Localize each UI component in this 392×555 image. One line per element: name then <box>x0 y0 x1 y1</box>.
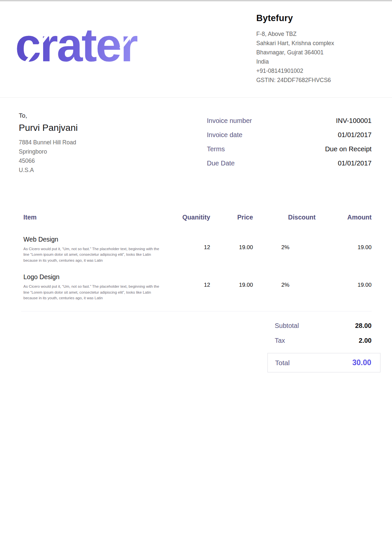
terms-row: Terms Due on Receipt <box>207 145 372 153</box>
bill-to-address-line: U.S.A <box>19 165 78 175</box>
tax-row: Tax 2.00 <box>240 337 372 344</box>
terms-label: Terms <box>207 145 225 153</box>
crater-wordmark: crater <box>15 23 137 68</box>
tax-value: 2.00 <box>359 337 372 344</box>
company-info: Bytefury F-8, Above TBZ Sahkari Hart, Kr… <box>256 10 371 85</box>
tax-label: Tax <box>275 337 285 344</box>
bill-to-name: Purvi Panjvani <box>19 123 78 133</box>
invoice-meta-block: Invoice number INV-100001 Invoice date 0… <box>207 117 372 175</box>
item-quantity: 12 <box>165 236 210 263</box>
company-address-line: India <box>256 57 371 66</box>
due-date-label: Due Date <box>207 160 235 167</box>
item-quantity: 12 <box>165 273 210 301</box>
item-price: 19.00 <box>210 236 253 263</box>
item-name: Web Design <box>23 236 165 243</box>
amount-column-header: Amount <box>316 214 372 221</box>
company-name: Bytefury <box>256 13 371 23</box>
quantity-column-header: Quanitity <box>165 214 210 221</box>
due-date-row: Due Date 01/01/2017 <box>207 159 372 167</box>
crater-logo: crater <box>15 23 137 68</box>
item-name: Logo Design <box>23 273 165 281</box>
invoice-header: crater Bytefury F-8, Above TBZ Sahkari H… <box>0 1 392 98</box>
item-amount: 19.00 <box>316 236 372 263</box>
items-table: Item Quanitity Price Discount Amount Web… <box>0 214 392 311</box>
subtotal-row: Subtotal 28.00 <box>240 322 372 330</box>
subtotal-label: Subtotal <box>275 322 299 330</box>
subtotal-value: 28.00 <box>355 322 372 330</box>
bill-to-block: To, Purvi Panjvani 7884 Bunnel Hill Road… <box>19 112 78 175</box>
bill-to-address-line: 7884 Bunnel Hill Road <box>19 138 78 147</box>
discount-column-header: Discount <box>253 214 316 221</box>
invoice-number-row: Invoice number INV-100001 <box>207 117 372 125</box>
bill-to-address-line: Springboro <box>19 147 78 156</box>
bill-to-address-line: 45066 <box>19 156 78 165</box>
bill-to-prefix: To, <box>19 112 78 119</box>
due-date-value: 01/01/2017 <box>338 159 372 167</box>
price-column-header: Price <box>210 214 253 221</box>
grand-total-box: Total 30.00 <box>267 353 380 372</box>
company-address-line: F-8, Above TBZ <box>256 29 371 39</box>
company-address-line: Sahkari Hart, Krishna complex <box>256 39 371 48</box>
item-price: 19.00 <box>210 273 253 301</box>
item-description: As Cicero would put it, “Um, not so fast… <box>23 246 162 263</box>
items-table-header-row: Item Quanitity Price Discount Amount <box>21 214 372 221</box>
item-discount: 2% <box>253 273 316 301</box>
invoice-date-label: Invoice date <box>207 131 242 139</box>
item-column-header: Item <box>21 214 165 221</box>
invoice-page: { "header": { "logo_text": "crater", "co… <box>0 0 392 555</box>
item-details: Web Design As Cicero would put it, “Um, … <box>21 236 165 263</box>
invoice-number-value: INV-100001 <box>336 117 372 125</box>
item-details: Logo Design As Cicero would put it, “Um,… <box>21 273 165 301</box>
company-gstin: GSTIN: 24DDF7682FHVCS6 <box>256 75 371 85</box>
invoice-number-label: Invoice number <box>207 117 252 125</box>
table-row: Web Design As Cicero would put it, “Um, … <box>21 236 372 263</box>
item-description: As Cicero would put it, “Um, not so fast… <box>23 284 162 301</box>
terms-value: Due on Receipt <box>325 145 372 153</box>
invoice-date-row: Invoice date 01/01/2017 <box>207 131 372 139</box>
billing-and-meta-section: To, Purvi Panjvani 7884 Bunnel Hill Road… <box>0 98 392 175</box>
company-address-line: Bhavnagar, Gujrat 364001 <box>256 48 371 57</box>
totals-section: Subtotal 28.00 Tax 2.00 Total 30.00 <box>0 322 392 372</box>
company-phone: +91-08141901002 <box>256 66 371 75</box>
invoice-date-value: 01/01/2017 <box>338 131 372 139</box>
grand-total-label: Total <box>275 359 290 367</box>
item-amount: 19.00 <box>316 273 372 301</box>
item-discount: 2% <box>253 236 316 263</box>
table-row: Logo Design As Cicero would put it, “Um,… <box>21 273 372 301</box>
grand-total-value: 30.00 <box>352 358 371 367</box>
table-bottom-divider <box>21 311 372 311</box>
